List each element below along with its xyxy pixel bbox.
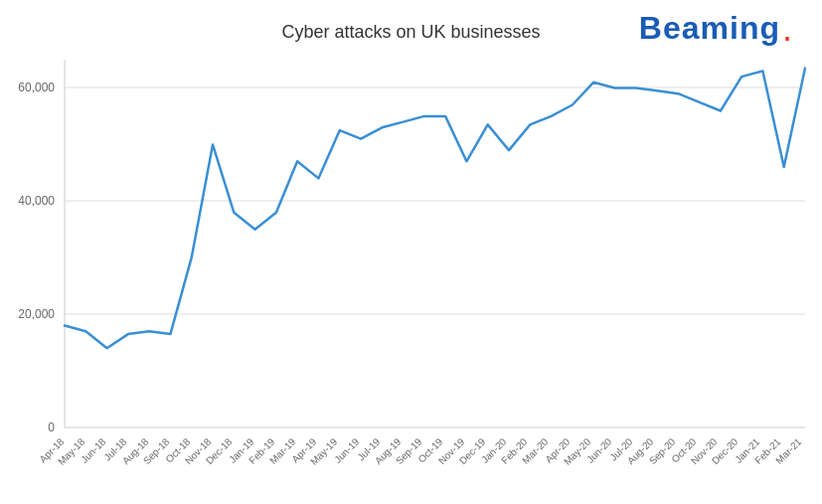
y-label-0: 0 (48, 420, 55, 434)
svg-text:Jun-19: Jun-19 (332, 435, 362, 465)
y-label-20k: 20,000 (18, 307, 55, 321)
chart-container: Cyber attacks on UK businesses Beaming. … (0, 0, 822, 504)
x-labels: Apr-18 May-18 Jun-18 Jul-18 Aug-18 Sep-1… (37, 435, 803, 467)
y-label-40k: 40,000 (18, 194, 55, 208)
line-series (65, 69, 805, 349)
y-label-60k: 60,000 (18, 81, 55, 94)
line-chart: 0 20,000 40,000 60,000 Apr-18 May-18 Jun… (0, 0, 822, 504)
